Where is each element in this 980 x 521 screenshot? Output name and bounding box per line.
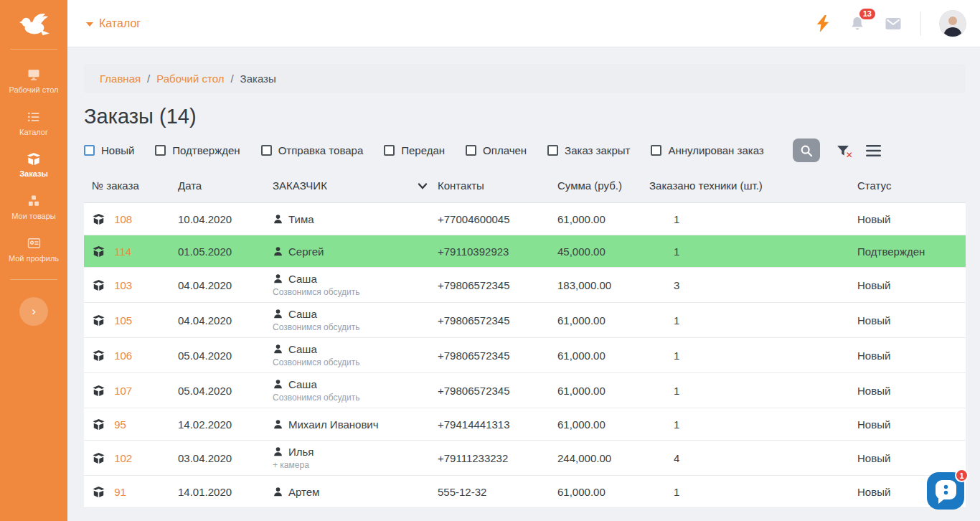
search-button[interactable] [793, 139, 820, 162]
order-date: 04.04.2020 [178, 303, 273, 338]
caret-down-icon [86, 22, 93, 27]
checkbox-icon[interactable] [547, 145, 558, 156]
filter-label: Заказ закрыт [565, 144, 630, 156]
customer-note: Созвонимся обсудить [273, 322, 438, 332]
order-sum: 61,000.00 [557, 338, 649, 373]
order-status: Новый [857, 441, 966, 476]
user-avatar[interactable] [940, 11, 966, 37]
order-contact: +79414441313 [438, 408, 557, 441]
customer-name: Илья [288, 446, 314, 458]
order-number-link[interactable]: 103 [114, 279, 132, 291]
table-row[interactable]: 105 04.04.2020 Саша Созвонимся обсудить [84, 303, 966, 338]
order-sum: 61,000.00 [557, 408, 649, 441]
order-date: 04.04.2020 [178, 268, 273, 303]
order-sum: 61,000.00 [557, 373, 649, 408]
chevron-right-icon: › [32, 304, 36, 319]
filter-checkbox[interactable]: Отправка товара [261, 144, 364, 156]
sidebar-item-label: Мой профиль [9, 254, 59, 263]
breadcrumb-link-home[interactable]: Главная [100, 72, 141, 85]
clear-filter-icon[interactable]: ✕ [836, 144, 850, 158]
table-row[interactable]: 95 14.02.2020 Михаил Иванович [84, 408, 966, 441]
table-row[interactable]: 108 10.04.2020 Тима +77 [84, 203, 966, 235]
lightning-icon[interactable] [816, 15, 830, 32]
filter-checkbox[interactable]: Заказ закрыт [547, 144, 630, 156]
bell-icon[interactable]: 13 [849, 15, 866, 32]
table-row[interactable]: 103 04.04.2020 Саша Созвонимся обсудить [84, 268, 966, 303]
order-contact: +79110392923 [438, 235, 557, 268]
customer-name: Тима [288, 213, 314, 225]
customer-name: Саша [288, 308, 317, 320]
checkbox-icon[interactable] [84, 145, 95, 156]
person-icon [273, 309, 283, 319]
order-contact: +79806572345 [438, 303, 557, 338]
order-status: Новый [857, 268, 966, 303]
filter-label: Подтвержден [172, 144, 240, 156]
order-status: Новый [857, 303, 966, 338]
order-number-link[interactable]: 106 [114, 349, 132, 362]
order-qty: 1 [649, 476, 857, 508]
customer-name: Саша [288, 273, 317, 285]
catalog-dropdown[interactable]: Каталог [86, 17, 141, 30]
order-date: 10.04.2020 [178, 203, 273, 235]
order-box-icon [92, 486, 108, 498]
table-row[interactable]: 102 03.04.2020 Илья + камера [84, 441, 966, 476]
checkbox-icon[interactable] [261, 145, 272, 156]
checkbox-icon[interactable] [155, 145, 166, 156]
sidebar-item-catalog[interactable]: Каталог [0, 102, 67, 144]
person-icon [273, 273, 283, 284]
table-row[interactable]: 107 05.04.2020 Саша Созвонимся обсудить [84, 373, 966, 408]
menu-icon[interactable] [866, 144, 881, 157]
breadcrumb-link-desktop[interactable]: Рабочий стол [156, 72, 224, 85]
order-number-link[interactable]: 107 [114, 385, 132, 397]
order-status: Новый [857, 408, 966, 441]
filter-checkbox[interactable]: Оплачен [466, 144, 527, 156]
filter-checkbox[interactable]: Передан [384, 144, 445, 156]
table-row[interactable]: 106 05.04.2020 Саша Созвонимся обсудить [84, 338, 966, 373]
sort-chevron-down-icon[interactable] [418, 180, 428, 192]
order-number-link[interactable]: 95 [114, 418, 126, 431]
order-qty: 4 [649, 441, 857, 476]
order-date: 05.04.2020 [178, 373, 273, 408]
sidebar-item-label: Рабочий стол [9, 85, 58, 94]
chat-unread-badge: 1 [955, 469, 969, 482]
filter-label: Передан [401, 144, 445, 156]
order-number-link[interactable]: 108 [114, 213, 132, 225]
order-qty: 1 [649, 235, 857, 268]
customer-name: Артем [288, 486, 319, 498]
order-qty: 3 [649, 268, 857, 303]
checkbox-icon[interactable] [384, 145, 395, 156]
table-row[interactable]: 91 14.01.2020 Артем 555 [84, 476, 966, 508]
filter-checkbox[interactable]: Аннулирован заказ [651, 144, 763, 156]
order-number-link[interactable]: 114 [114, 245, 131, 258]
order-number-link[interactable]: 91 [114, 486, 126, 498]
filter-checkbox[interactable]: Подтвержден [155, 144, 240, 156]
app-logo-bird-icon[interactable] [0, 0, 67, 49]
checkbox-icon[interactable] [651, 145, 661, 156]
sidebar-item-orders[interactable]: Заказы [0, 144, 67, 186]
envelope-icon[interactable] [885, 17, 902, 31]
column-header-order-number: № заказа [84, 171, 178, 203]
order-box-icon [92, 385, 108, 397]
catalog-dropdown-label: Каталог [99, 17, 141, 30]
order-date: 03.04.2020 [178, 441, 273, 476]
sidebar-item-my-profile[interactable]: Мой профиль [0, 228, 67, 271]
order-number-link[interactable]: 102 [114, 452, 132, 464]
chat-widget-button[interactable]: 1 [926, 471, 965, 510]
sidebar-item-my-products[interactable]: Мои товары [0, 186, 67, 228]
checkbox-icon[interactable] [466, 145, 476, 156]
order-qty: 1 [649, 203, 857, 235]
sidebar-expand-button[interactable]: › [19, 297, 48, 326]
clear-x-icon: ✕ [846, 151, 853, 159]
order-number-link[interactable]: 105 [114, 314, 132, 327]
stacked-boxes-icon [27, 194, 41, 208]
sidebar-item-desktop[interactable]: Рабочий стол [0, 60, 67, 102]
table-row[interactable]: 114 01.05.2020 Сергей + [84, 235, 966, 268]
breadcrumb-separator: / [230, 72, 233, 85]
person-icon [273, 419, 283, 430]
filter-label: Отправка товара [278, 144, 364, 156]
orders-table: № заказа Дата ЗАКАЗЧИК Контакты Сумма (р… [84, 171, 966, 508]
order-status: Подтвержден [857, 235, 966, 268]
person-icon [273, 487, 283, 497]
filter-label: Новый [101, 144, 134, 156]
filter-checkbox[interactable]: Новый [84, 144, 134, 156]
